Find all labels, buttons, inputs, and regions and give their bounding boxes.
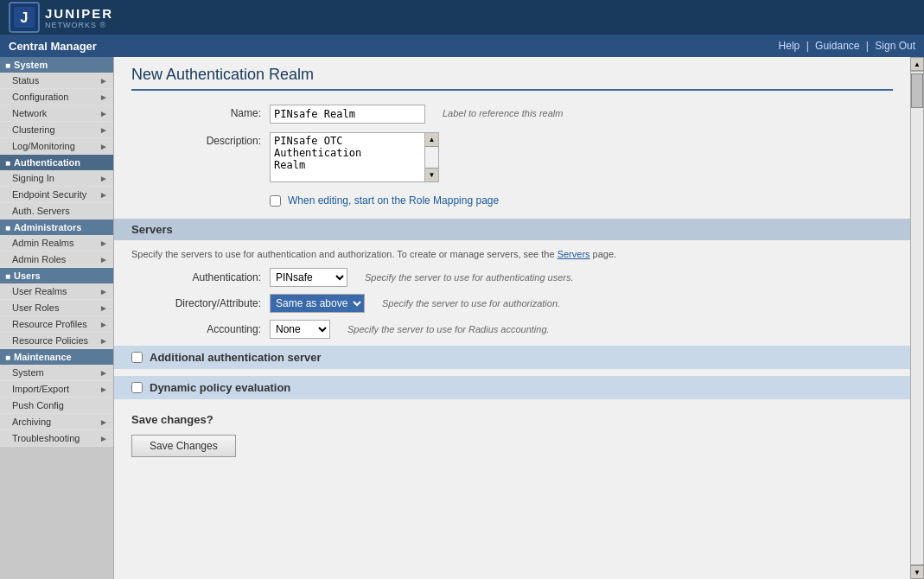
description-label: Description: — [131, 132, 270, 147]
name-hint: Label to reference this realm — [443, 105, 563, 118]
arrow-icon: ► — [99, 385, 108, 394]
save-button[interactable]: Save Changes — [131, 435, 236, 457]
arrow-icon: ► — [99, 142, 108, 151]
sidebar-item-archiving[interactable]: Archiving► — [0, 414, 113, 430]
scroll-up-btn[interactable]: ▲ — [425, 133, 438, 147]
top-bar: J JUNIPER NETWORKS ® — [0, 0, 924, 35]
sidebar-item-troubleshooting[interactable]: Troubleshooting► — [0, 430, 113, 447]
arrow-icon: ► — [99, 76, 108, 86]
role-mapping-checkbox-row: When editing, start on the Role Mapping … — [131, 194, 893, 207]
sidebar-section-system[interactable]: ■ System — [0, 57, 113, 73]
sidebar-item-network[interactable]: Network► — [0, 105, 113, 122]
minus-icon: ■ — [5, 158, 10, 168]
sidebar-item-signing-in[interactable]: Signing In► — [0, 170, 113, 187]
scrollbar[interactable]: ▲ ▼ — [910, 57, 924, 579]
servers-description: Specify the servers to use for authentic… — [131, 249, 893, 259]
nav-links: Help | Guidance | Sign Out — [779, 40, 915, 52]
dynamic-policy-checkbox[interactable] — [131, 382, 143, 393]
scroll-down-button[interactable]: ▼ — [910, 565, 924, 579]
arrow-icon: ► — [99, 417, 108, 427]
minus-icon: ■ — [5, 223, 10, 232]
description-row: Description: PINsafe OTC Authentication … — [131, 132, 893, 182]
minus-icon: ■ — [5, 271, 10, 281]
role-mapping-checkbox[interactable] — [270, 195, 281, 207]
sidebar-section-authentication[interactable]: ■ Authentication — [0, 155, 113, 170]
name-row: Name: Label to reference this realm — [131, 105, 893, 124]
role-mapping-label[interactable]: When editing, start on the Role Mapping … — [288, 194, 499, 207]
sidebar-item-status[interactable]: Status► — [0, 73, 113, 89]
sidebar-item-user-roles[interactable]: User Roles► — [0, 300, 113, 316]
arrow-icon: ► — [99, 92, 108, 102]
dir-server-row: Directory/Attribute: Same as above Local… — [131, 294, 893, 313]
dir-server-select[interactable]: Same as above Local LDAP — [270, 294, 365, 313]
sidebar-item-auth-servers[interactable]: Auth. Servers — [0, 203, 113, 220]
additional-auth-section[interactable]: Additional authentication server — [114, 346, 910, 369]
sidebar-item-user-realms[interactable]: User Realms► — [0, 283, 113, 300]
sidebar-section-maintenance[interactable]: ■ Maintenance — [0, 349, 113, 365]
arrow-icon: ► — [99, 336, 108, 346]
arrow-icon: ► — [99, 239, 108, 248]
description-textarea[interactable]: PINsafe OTC Authentication Realm — [271, 133, 424, 181]
sidebar-section-users-label: Users — [14, 270, 41, 281]
brand-name: JUNIPER — [45, 6, 113, 21]
sidebar: ■ System Status► Configuration► Network►… — [0, 57, 114, 579]
guidance-link[interactable]: Guidance — [815, 40, 859, 52]
dir-server-select-wrapper: Same as above Local LDAP — [270, 294, 365, 313]
nav-bar: Central Manager Help | Guidance | Sign O… — [0, 35, 924, 57]
sidebar-item-endpoint-security[interactable]: Endpoint Security► — [0, 187, 113, 203]
sidebar-item-push-config[interactable]: Push Config — [0, 398, 113, 414]
name-input[interactable] — [270, 105, 425, 124]
additional-auth-checkbox[interactable] — [131, 352, 143, 363]
sidebar-section-admin-label: Administrators — [14, 222, 81, 232]
accounting-server-hint: Specify the server to use for Radius acc… — [347, 324, 550, 334]
sidebar-item-import-export[interactable]: Import/Export► — [0, 381, 113, 398]
sidebar-item-clustering[interactable]: Clustering► — [0, 122, 113, 138]
auth-server-row: Authentication: PINsafe Local LDAP Speci… — [131, 268, 893, 287]
nav-title: Central Manager — [9, 40, 97, 53]
additional-auth-label[interactable]: Additional authentication server — [150, 351, 322, 364]
description-input-wrapper: PINsafe OTC Authentication Realm ▲ ▼ — [270, 132, 439, 182]
sidebar-item-maintenance-system[interactable]: System► — [0, 365, 113, 381]
dynamic-policy-section[interactable]: Dynamic policy evaluation — [114, 376, 910, 399]
auth-server-select[interactable]: PINsafe Local LDAP — [270, 268, 347, 287]
scroll-up-button[interactable]: ▲ — [910, 57, 924, 71]
sidebar-section-administrators[interactable]: ■ Administrators — [0, 220, 113, 235]
save-section: Save changes? Save Changes — [131, 413, 893, 457]
arrow-icon: ► — [99, 434, 108, 443]
scroll-thumb[interactable] — [911, 73, 923, 108]
arrow-icon: ► — [99, 255, 108, 264]
accounting-server-label: Accounting: — [131, 323, 270, 335]
dir-server-hint: Specify the server to use for authorizat… — [382, 298, 560, 309]
dir-server-label: Directory/Attribute: — [131, 297, 270, 309]
accounting-server-row: Accounting: None RADIUS Specify the serv… — [131, 320, 893, 339]
logo-text-area: JUNIPER NETWORKS ® — [45, 6, 113, 29]
juniper-logo-icon: J — [9, 2, 40, 33]
dynamic-policy-label[interactable]: Dynamic policy evaluation — [150, 381, 290, 394]
sidebar-item-configuration[interactable]: Configuration► — [0, 89, 113, 105]
servers-section-header: Servers — [114, 219, 910, 240]
help-link[interactable]: Help — [779, 40, 800, 52]
sidebar-section-users[interactable]: ■ Users — [0, 268, 113, 283]
arrow-icon: ► — [99, 109, 108, 118]
sidebar-item-log-monitoring[interactable]: Log/Monitoring► — [0, 138, 113, 155]
arrow-icon: ► — [99, 287, 108, 296]
arrow-icon: ► — [99, 303, 108, 313]
logo-area: J JUNIPER NETWORKS ® — [9, 2, 113, 33]
signout-link[interactable]: Sign Out — [875, 40, 915, 52]
sidebar-item-resource-profiles[interactable]: Resource Profiles► — [0, 316, 113, 333]
sidebar-section-auth-label: Authentication — [14, 157, 80, 168]
auth-server-hint: Specify the server to use for authentica… — [365, 272, 574, 283]
arrow-icon: ► — [99, 320, 108, 329]
name-input-wrapper — [270, 105, 425, 124]
save-section-title: Save changes? — [131, 413, 893, 426]
sidebar-item-admin-roles[interactable]: Admin Roles► — [0, 251, 113, 268]
brand-sub: NETWORKS ® — [45, 21, 113, 29]
content-area: New Authentication Realm Name: Label to … — [114, 57, 910, 579]
arrow-icon: ► — [99, 368, 108, 378]
accounting-server-select[interactable]: None RADIUS — [270, 320, 330, 339]
sidebar-item-admin-realms[interactable]: Admin Realms► — [0, 235, 113, 251]
scroll-down-btn[interactable]: ▼ — [425, 168, 438, 181]
sidebar-item-resource-policies[interactable]: Resource Policies► — [0, 333, 113, 349]
accounting-server-select-wrapper: None RADIUS — [270, 320, 330, 339]
servers-link[interactable]: Servers — [558, 249, 590, 259]
